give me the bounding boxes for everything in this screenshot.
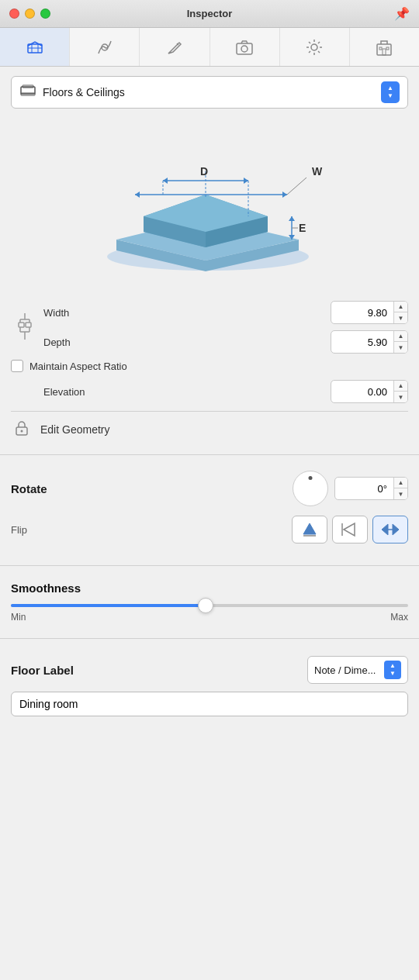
minimize-button[interactable] (25, 9, 35, 19)
rotate-up[interactable]: ▲ (394, 478, 407, 488)
width-label: Width (43, 307, 331, 319)
slider-thumb[interactable] (198, 598, 213, 613)
svg-rect-53 (26, 323, 31, 327)
divider-3 (0, 638, 419, 639)
flip-both-button[interactable] (372, 516, 408, 543)
svg-marker-40 (282, 192, 287, 198)
elevation-label: Elevation (11, 386, 331, 398)
svg-marker-44 (289, 216, 295, 221)
elevation-input-wrap[interactable]: ▲ ▼ (331, 380, 408, 403)
elevation-input[interactable] (331, 383, 393, 401)
width-down[interactable]: ▼ (394, 312, 407, 323)
slider-max-label: Max (390, 612, 408, 623)
toolbar (0, 28, 419, 67)
edit-geometry-lock-icon (11, 419, 33, 439)
svg-rect-6 (237, 43, 252, 54)
aspect-ratio-row[interactable]: Maintain Aspect Ratio (11, 360, 408, 372)
width-input[interactable] (331, 304, 393, 322)
flip-vertical-button[interactable] (292, 516, 327, 543)
width-up[interactable]: ▲ (394, 302, 407, 312)
floor-label-dropdown-text: Note / Dime... (314, 664, 379, 676)
rotate-row: Rotate ▲ ▼ (11, 471, 408, 506)
floor-label-dropdown[interactable]: Note / Dime... ▲ ▼ (307, 656, 408, 684)
smoothness-title: Smoothness (11, 581, 408, 595)
svg-text:D: D (200, 165, 208, 178)
rotate-input-wrap[interactable]: ▲ ▼ (334, 477, 408, 500)
svg-rect-52 (19, 323, 24, 327)
svg-rect-18 (383, 49, 386, 55)
pin-icon[interactable]: 📌 (394, 6, 410, 21)
edit-geometry-label: Edit Geometry (40, 423, 109, 436)
svg-point-59 (21, 430, 23, 433)
svg-point-8 (311, 44, 317, 50)
edit-tab[interactable] (140, 28, 210, 66)
link-icon (16, 310, 34, 344)
width-input-wrap[interactable]: ▲ ▼ (331, 301, 408, 324)
rotate-stepper[interactable]: ▲ ▼ (393, 478, 407, 499)
floor-dropdown-arrow-icon[interactable]: ▲ ▼ (384, 661, 401, 679)
width-row: Width ▲ ▼ Depth ▲ ▼ (11, 301, 408, 354)
divider-1 (0, 454, 419, 455)
aspect-ratio-label: Maintain Aspect Ratio (29, 361, 127, 372)
rotate-dial[interactable] (293, 471, 328, 506)
smoothness-slider-container[interactable] (11, 604, 408, 607)
camera-tab[interactable] (210, 28, 280, 66)
svg-line-13 (309, 42, 310, 43)
svg-text:W: W (312, 165, 323, 178)
rotate-title: Rotate (11, 482, 293, 495)
flip-buttons (292, 516, 408, 543)
category-label: Floors & Ceilings (43, 86, 381, 98)
flip-horizontal-button[interactable] (332, 516, 368, 543)
svg-marker-33 (244, 178, 248, 184)
category-dropdown[interactable]: Floors & Ceilings ▲ ▼ (11, 76, 408, 109)
flip-row: Flip (11, 516, 408, 543)
elevation-down[interactable]: ▼ (394, 392, 407, 402)
floor-label-title: Floor Label (11, 664, 307, 677)
svg-rect-20 (386, 47, 389, 50)
aspect-ratio-checkbox[interactable] (11, 360, 23, 372)
edit-geometry-row[interactable]: Edit Geometry (11, 411, 408, 439)
svg-line-42 (287, 178, 306, 195)
3d-diagram: D W E (11, 121, 408, 276)
rotate-input[interactable] (335, 480, 393, 498)
materials-tab[interactable] (70, 28, 140, 66)
title-bar: Inspector 📌 (0, 0, 419, 28)
depth-input[interactable] (331, 333, 393, 351)
slider-fill (11, 604, 206, 607)
svg-rect-19 (379, 47, 382, 50)
svg-line-16 (318, 42, 320, 43)
depth-label: Depth (43, 336, 331, 348)
slider-track (11, 604, 408, 607)
svg-line-15 (309, 51, 310, 53)
window-controls[interactable] (9, 9, 50, 19)
width-stepper[interactable]: ▲ ▼ (393, 302, 407, 323)
elevation-stepper[interactable]: ▲ ▼ (393, 381, 407, 402)
building-tab[interactable] (350, 28, 419, 66)
sun-tab[interactable] (280, 28, 350, 66)
maximize-button[interactable] (40, 9, 50, 19)
close-button[interactable] (9, 9, 19, 19)
window-title: Inspector (187, 8, 233, 19)
elevation-up[interactable]: ▲ (394, 381, 407, 392)
depth-up[interactable]: ▲ (394, 331, 407, 342)
elevation-row: Elevation ▲ ▼ (11, 380, 408, 403)
svg-marker-64 (382, 524, 388, 535)
svg-marker-60 (303, 523, 316, 534)
depth-input-wrap[interactable]: ▲ ▼ (331, 330, 408, 354)
depth-stepper[interactable]: ▲ ▼ (393, 331, 407, 353)
svg-marker-32 (163, 178, 168, 184)
svg-marker-62 (344, 523, 355, 536)
dropdown-arrow-icon[interactable]: ▲ ▼ (381, 81, 400, 103)
svg-point-7 (241, 46, 248, 52)
smoothness-section: Smoothness Min Max (0, 574, 419, 630)
geometry-tab[interactable] (0, 28, 70, 66)
divider-2 (0, 565, 419, 566)
flip-label: Flip (11, 524, 292, 536)
depth-down[interactable]: ▼ (394, 342, 407, 353)
floor-label-row: Floor Label Note / Dime... ▲ ▼ (11, 656, 408, 684)
rotate-down[interactable]: ▼ (394, 488, 407, 499)
dining-room-input[interactable] (11, 692, 408, 716)
slider-labels: Min Max (11, 612, 408, 623)
floor-label-section: Floor Label Note / Dime... ▲ ▼ (0, 647, 419, 726)
svg-text:E: E (299, 222, 306, 234)
